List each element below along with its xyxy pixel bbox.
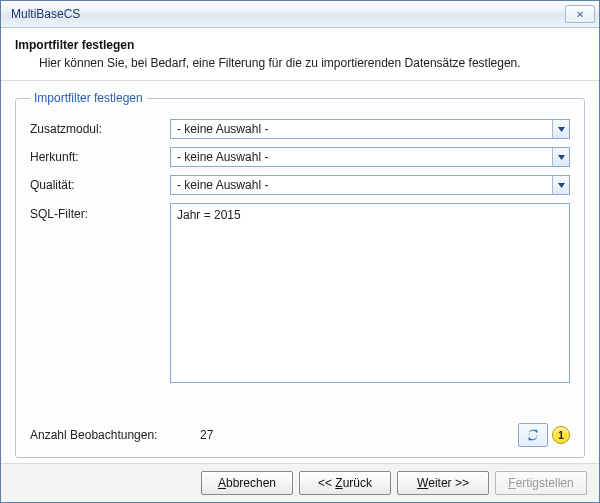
callout-1-label: 1 [558,430,564,441]
chevron-down-icon [552,148,569,166]
refresh-button[interactable] [518,423,548,447]
row-herkunft: Herkunft: - keine Auswahl - [30,147,570,167]
wizard-footer: Abbrechen << Zurück Weiter >> Fertigstel… [1,463,599,502]
value-anzahl: 27 [200,428,518,442]
page-title: Importfilter festlegen [15,38,585,52]
close-icon: ✕ [576,9,584,20]
combo-herkunft[interactable]: - keine Auswahl - [170,147,570,167]
label-anzahl: Anzahl Beobachtungen: [30,428,200,442]
next-button[interactable]: Weiter >> [397,471,489,495]
chevron-down-icon [552,120,569,138]
label-zusatzmodul: Zusatzmodul: [30,122,170,136]
dialog-window: MultiBaseCS ✕ Importfilter festlegen Hie… [0,0,600,503]
refresh-icon [526,428,540,442]
row-count: Anzahl Beobachtungen: 27 1 [30,423,570,447]
importfilter-group: Importfilter festlegen Zusatzmodul: - ke… [15,91,585,458]
finish-button: Fertigstellen [495,471,587,495]
combo-zusatzmodul-value: - keine Auswahl - [171,120,552,138]
label-sqlfilter: SQL-Filter: [30,203,170,221]
label-herkunft: Herkunft: [30,150,170,164]
group-legend: Importfilter festlegen [30,91,147,105]
titlebar: MultiBaseCS ✕ [1,1,599,28]
row-zusatzmodul: Zusatzmodul: - keine Auswahl - [30,119,570,139]
back-button[interactable]: << Zurück [299,471,391,495]
combo-qualitaet-value: - keine Auswahl - [171,176,552,194]
sqlfilter-textarea[interactable]: Jahr = 2015 [170,203,570,383]
page-subtitle: Hier können Sie, bei Bedarf, eine Filter… [39,56,585,70]
row-qualitaet: Qualität: - keine Auswahl - [30,175,570,195]
label-qualitaet: Qualität: [30,178,170,192]
callout-1: 1 [552,426,570,444]
close-button[interactable]: ✕ [565,5,595,23]
combo-herkunft-value: - keine Auswahl - [171,148,552,166]
cancel-button[interactable]: Abbrechen [201,471,293,495]
window-title: MultiBaseCS [11,7,80,21]
combo-qualitaet[interactable]: - keine Auswahl - [170,175,570,195]
combo-zusatzmodul[interactable]: - keine Auswahl - [170,119,570,139]
row-sqlfilter: SQL-Filter: Jahr = 2015 [30,203,570,383]
content-area: Importfilter festlegen Zusatzmodul: - ke… [13,91,587,458]
header: Importfilter festlegen Hier können Sie, … [1,28,599,81]
chevron-down-icon [552,176,569,194]
